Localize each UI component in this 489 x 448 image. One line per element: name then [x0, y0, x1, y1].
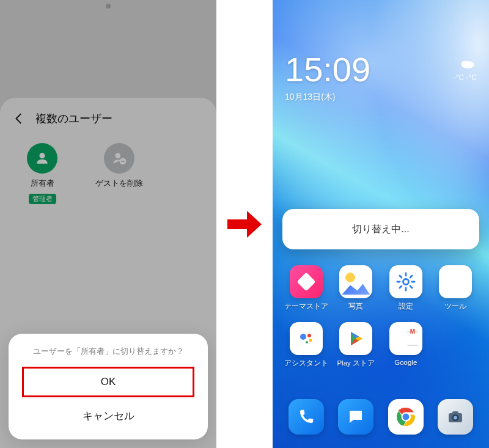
app-label: アシスタント — [284, 359, 328, 368]
app-label: テーマストア — [284, 302, 328, 311]
camera-icon — [438, 399, 473, 435]
clock-time: 15:09 — [285, 53, 370, 87]
weather-cloud-icon — [458, 56, 477, 71]
photos-icon — [339, 265, 372, 298]
ok-button-label: OK — [101, 376, 116, 388]
dock-camera[interactable] — [431, 399, 481, 435]
app-label: 設定 — [399, 302, 413, 311]
clock-weather-row: 15:09 10月13日(木) -°C -°C — [285, 53, 477, 103]
app-theme-store[interactable]: テーマストア — [281, 265, 331, 311]
switching-toast: 切り替え中... — [282, 209, 479, 249]
cancel-button[interactable]: キャンセル — [18, 400, 198, 431]
arrow-right-icon — [225, 205, 264, 244]
svg-point-6 — [403, 279, 408, 284]
dock-messages[interactable] — [331, 399, 381, 435]
home-dock — [281, 399, 480, 435]
app-play-store[interactable]: Play ストア — [331, 322, 381, 368]
svg-point-10 — [306, 341, 308, 343]
play-store-icon — [339, 322, 372, 355]
clock-block[interactable]: 15:09 10月13日(木) — [285, 53, 370, 103]
app-settings[interactable]: 設定 — [381, 265, 431, 311]
app-photos[interactable]: 写真 — [331, 265, 381, 311]
app-label: Google — [394, 359, 417, 366]
app-label: ツール — [444, 302, 466, 311]
app-tools-folder[interactable]: ツール — [431, 265, 481, 311]
sheet-separator — [18, 398, 198, 399]
tools-folder-icon — [439, 265, 472, 298]
app-google-folder[interactable]: Google — [381, 322, 431, 368]
phone-screen-after: 15:09 10月13日(木) -°C -°C 切り替え中... テーマストア … — [273, 0, 489, 448]
svg-point-9 — [309, 339, 312, 342]
clock-date: 10月13日(木) — [285, 92, 370, 103]
app-assistant[interactable]: アシスタント — [281, 322, 331, 368]
phone-screen-before: 複数のユーザー 所有者 管理者 ゲストを削除 — [0, 0, 216, 448]
chrome-icon — [388, 399, 424, 435]
svg-point-8 — [307, 334, 311, 337]
assistant-icon — [290, 322, 323, 355]
messages-icon — [338, 399, 373, 435]
weather-temps: -°C -°C — [454, 73, 477, 82]
home-apps-grid: テーマストア 写真 設定 ツール — [281, 265, 480, 368]
phone-icon — [289, 399, 324, 435]
svg-rect-15 — [452, 411, 458, 414]
ok-button[interactable]: OK — [18, 367, 198, 397]
svg-point-17 — [454, 416, 457, 420]
settings-icon — [389, 265, 422, 298]
switching-toast-text: 切り替え中... — [352, 223, 409, 236]
svg-point-7 — [300, 334, 306, 340]
transition-arrow — [216, 0, 273, 448]
svg-point-5 — [461, 61, 468, 68]
google-folder-icon — [389, 322, 422, 355]
weather-widget[interactable]: -°C -°C — [454, 53, 477, 82]
dock-chrome[interactable] — [381, 399, 431, 435]
dock-phone[interactable] — [281, 399, 331, 435]
cancel-button-label: キャンセル — [83, 409, 134, 423]
app-label: 写真 — [348, 302, 363, 311]
theme-store-icon — [290, 265, 323, 298]
sheet-prompt-text: ユーザーを「所有者」に切り替えますか？ — [18, 346, 198, 357]
switch-user-action-sheet: ユーザーを「所有者」に切り替えますか？ OK キャンセル — [9, 334, 208, 439]
app-label: Play ストア — [337, 359, 375, 368]
